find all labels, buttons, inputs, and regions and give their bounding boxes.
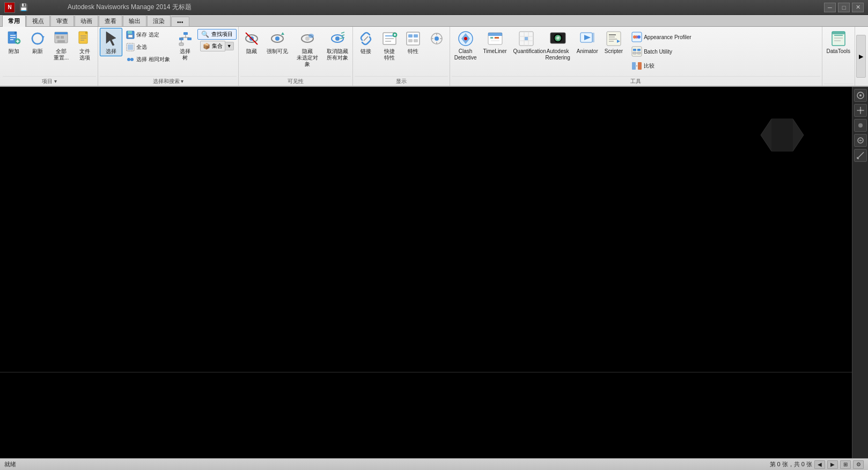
group-display-content: 链接 快捷 特性 特性	[355, 28, 448, 76]
svg-rect-57	[407, 32, 420, 45]
group-datatools-content: DataTools	[824, 28, 853, 84]
qa-more[interactable]: ▼	[54, 2, 64, 13]
sets-group: 📦 集合 ▼	[200, 41, 234, 51]
btn-add[interactable]: 附加	[3, 28, 25, 56]
btn-select-mode[interactable]: 选择	[100, 28, 122, 56]
btn-save-select-label: 保存 选定	[136, 31, 159, 39]
window-controls: ─ □ ✕	[824, 3, 864, 12]
tab-shuchu[interactable]: 输出	[123, 15, 146, 26]
btn-links[interactable]: 链接	[355, 28, 377, 56]
svg-rect-28	[183, 32, 188, 35]
btn-display-extra[interactable]	[425, 28, 448, 50]
minimize-button[interactable]: ─	[824, 3, 836, 12]
animator-icon	[579, 30, 596, 47]
btn-force-visible[interactable]: 强制可见	[264, 28, 291, 56]
ribbon-overflow: ▶	[855, 27, 867, 86]
btn-hide-unselected[interactable]: 隐藏 未选定对象	[292, 28, 323, 69]
tool-measure[interactable]	[854, 149, 867, 162]
app-logo: N	[4, 2, 15, 13]
btn-quickprops[interactable]: 快捷 特性	[378, 28, 401, 63]
svg-rect-22	[128, 35, 133, 38]
btn-compare[interactable]: 比较	[629, 59, 694, 73]
svg-rect-30	[187, 38, 192, 40]
tool-look-around[interactable]	[854, 134, 867, 147]
btn-properties[interactable]: 特性	[402, 28, 424, 56]
btn-find-items[interactable]: 🔍 查找项目	[197, 29, 237, 40]
btn-autodesk-rendering[interactable]: Autodesk Rendering	[543, 28, 573, 63]
btn-hide[interactable]: 隐藏	[240, 28, 263, 56]
tool-orbit[interactable]	[854, 89, 867, 102]
btn-save-select[interactable]: 保存 选定	[123, 29, 173, 41]
svg-rect-101	[633, 49, 636, 51]
qa-save[interactable]: 💾	[18, 2, 29, 13]
select-tree-icon	[176, 30, 194, 47]
svg-rect-15	[85, 32, 87, 34]
btn-datatools[interactable]: DataTools	[824, 28, 853, 56]
ribbon-collapse-btn[interactable]: ▶	[856, 35, 866, 78]
hide-icon	[243, 30, 260, 47]
status-view-options[interactable]: ⚙	[853, 460, 864, 469]
add-icon	[5, 30, 23, 47]
btn-select-same[interactable]: 选择 相同对象	[123, 54, 173, 65]
btn-add-label: 附加	[9, 48, 19, 55]
tab-donghua[interactable]: 动画	[75, 15, 98, 26]
reset-icon	[53, 30, 70, 47]
svg-rect-21	[128, 31, 132, 34]
btn-file[interactable]: 文件 选项	[73, 28, 96, 63]
svg-rect-106	[638, 62, 642, 70]
btn-links-label: 链接	[361, 48, 371, 55]
timeliner-icon	[487, 30, 504, 47]
sets-dropdown-arrow[interactable]: ▼	[225, 42, 234, 50]
datatools-icon	[830, 30, 847, 47]
btn-appearance-profiler[interactable]: Appearance Profiler	[629, 30, 694, 44]
btn-refresh-label: 刷新	[32, 48, 43, 55]
tab-chakan[interactable]: 查看	[99, 15, 122, 26]
btn-clash[interactable]: Clash Detective	[452, 28, 480, 63]
btn-select-all[interactable]: 全选	[123, 41, 173, 53]
status-bar: 就绪 第 0 张，共 0 张 ◀ ▶ ⊞ ⚙	[0, 458, 868, 470]
group-tools: Clash Detective TimeLiner Quantification	[450, 27, 822, 86]
status-prev-page[interactable]: ◀	[814, 460, 825, 469]
tools-right-stack: Appearance Profiler Batch Utility 比较	[629, 28, 694, 75]
status-next-page[interactable]: ▶	[827, 460, 838, 469]
close-button[interactable]: ✕	[852, 3, 864, 12]
group-tools-content: Clash Detective TimeLiner Quantification	[452, 28, 820, 76]
tab-changeyong[interactable]: 常用	[2, 15, 26, 27]
tab-xuanran[interactable]: 渲染	[147, 15, 171, 26]
svg-point-39	[275, 36, 279, 41]
svg-point-119	[859, 94, 862, 96]
force-visible-icon	[269, 30, 286, 47]
svg-rect-89	[592, 33, 594, 42]
tool-zoom[interactable]	[854, 119, 867, 132]
btn-refresh[interactable]: 刷新	[26, 28, 49, 56]
tab-more[interactable]: •••	[171, 17, 189, 26]
qa-undo[interactable]: ↩	[30, 2, 41, 13]
btn-animator[interactable]: Animator	[574, 28, 601, 56]
btn-properties-label: 特性	[408, 48, 418, 55]
btn-timeliner[interactable]: TimeLiner	[480, 28, 509, 56]
refresh-icon	[29, 30, 46, 47]
group-visibility: 隐藏 强制可见 隐藏 未选定对象	[239, 27, 353, 86]
tab-shencha[interactable]: 审查	[50, 15, 74, 26]
btn-batch-utility-label: Batch Utility	[644, 49, 672, 55]
viewport[interactable]	[0, 87, 868, 458]
btn-unhide-all[interactable]: 取消隐藏 所有对象	[324, 28, 351, 63]
tab-shidian[interactable]: 视点	[26, 15, 50, 26]
hide-unselected-icon	[299, 30, 316, 47]
tool-pan[interactable]	[854, 104, 867, 117]
btn-scripter[interactable]: Scripter	[602, 28, 626, 56]
status-view-grid[interactable]: ⊞	[840, 460, 851, 469]
btn-reset[interactable]: 全部 重置...	[50, 28, 72, 63]
svg-line-47	[341, 35, 344, 36]
svg-point-99	[636, 35, 638, 39]
svg-rect-31	[179, 43, 183, 46]
btn-batch-utility[interactable]: Batch Utility	[629, 44, 694, 58]
qa-redo[interactable]: ↪	[42, 2, 53, 13]
btn-select-tree[interactable]: 选择 树	[174, 28, 196, 63]
btn-quantification[interactable]: Quantification	[511, 28, 542, 56]
btn-force-visible-label: 强制可见	[267, 48, 288, 55]
btn-sets[interactable]: 📦 集合	[200, 41, 225, 51]
btn-quickprops-label: 快捷 特性	[384, 48, 395, 61]
restore-button[interactable]: □	[838, 3, 850, 12]
svg-rect-100	[632, 47, 642, 56]
